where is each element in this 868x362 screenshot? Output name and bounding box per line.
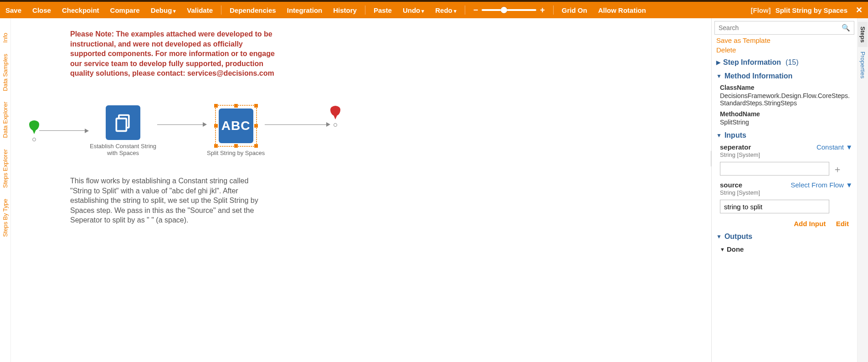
prop-methodname: MethodName SplitString [716,109,853,128]
tab-steps-by-type[interactable]: Steps By Type [0,193,10,243]
toolbar-separator [365,5,365,15]
flow-connector [157,122,207,127]
caret-down-icon: ▼ [716,73,722,79]
paste-button[interactable]: Paste [368,6,397,14]
caret-down-icon: ▼ [720,247,725,252]
step-label: Split String by Spaces [207,150,265,156]
tab-data-explorer[interactable]: Data Explorer [0,96,10,143]
inputs-actions: Add Input Edit [716,217,853,229]
redo-dropdown[interactable]: Redo▾ [430,6,462,14]
input-name: source [720,181,742,189]
debug-dropdown[interactable]: Debug▾ [145,6,182,14]
caret-down-icon: ▼ [716,132,722,139]
source-input[interactable] [720,200,829,213]
input-source: source Select From Flow ▼ String [System… [716,179,853,217]
save-as-template-link[interactable]: Save as Template [716,36,770,45]
search-icon: 🔍 [842,24,850,32]
section-step-information[interactable]: ▶ Step Information (15) [716,55,853,68]
tab-steps-explorer[interactable]: Steps Explorer [0,144,10,193]
checkpoint-button[interactable]: Checkpoint [56,6,105,14]
history-button[interactable]: History [328,6,362,14]
toolbar-separator [553,5,554,15]
close-button[interactable]: Close [27,6,56,14]
step-info-count: (15) [786,58,798,67]
abc-label: ABC [221,119,251,133]
zoom-out-button[interactable]: − [473,5,478,15]
chevron-down-icon: ▼ [846,181,853,189]
copy-step-icon [106,105,140,140]
undo-dropdown[interactable]: Undo▾ [397,6,430,14]
chevron-down-icon: ▼ [846,143,853,151]
add-input-button[interactable]: Add Input [794,220,826,228]
tab-steps[interactable]: Steps [858,22,868,47]
end-node[interactable] [330,106,340,127]
edit-inputs-button[interactable]: Edit [836,220,849,228]
resize-handle[interactable] [254,124,258,128]
left-tab-rail: Info Data Samples Data Explorer Steps Ex… [0,18,11,362]
prop-classname: ClassName DecisionsFramework.Design.Flow… [716,82,853,109]
input-type-label: String [System] [720,151,853,158]
zoom-thumb[interactable] [501,7,507,13]
zoom-track[interactable] [482,9,536,11]
input-type-label: String [System] [720,189,853,196]
abc-step-icon: ABC [219,109,253,143]
section-method-information[interactable]: ▼ Method Information [716,68,853,82]
flow-canvas[interactable]: Please Note: The examples attached were … [11,18,711,362]
compare-button[interactable]: Compare [105,6,145,14]
allow-rotation-button[interactable]: Allow Rotation [593,6,652,14]
properties-body: Save as Template Delete ▶ Step Informati… [712,36,857,362]
integration-button[interactable]: Integration [282,6,328,14]
canvas-note: Please Note: The examples attached were … [70,29,275,78]
properties-search[interactable]: 🔍 [714,21,854,35]
start-pin-icon [29,120,39,136]
input-mapping-dropdown[interactable]: Select From Flow ▼ [791,181,853,189]
toolbar-separator [465,5,465,15]
flow-diagram: Establish Constant String with Spaces AB… [29,105,340,156]
canvas-description: This flow works by establishing a Consta… [70,176,264,225]
zoom-in-button[interactable]: + [540,5,545,15]
section-outputs[interactable]: ▼ Outputs [716,229,853,243]
methodname-label: MethodName [720,110,853,118]
chevron-down-icon: ▾ [421,8,424,14]
caret-down-icon: ▼ [716,233,722,240]
add-value-button[interactable]: ＋ [833,164,842,174]
input-mapping-dropdown[interactable]: Constant ▼ [817,143,853,151]
input-name: seperator [720,143,751,151]
flow-connector [265,122,330,127]
svg-rect-1 [116,118,126,131]
resize-handle[interactable] [254,104,258,108]
close-flow-button[interactable]: ✕ [854,5,868,15]
flow-step-establish-constant[interactable]: Establish Constant String with Spaces [89,105,157,156]
start-node[interactable] [29,120,39,141]
flow-step-split-string-selected[interactable]: ABC Split String by Spaces [207,105,265,156]
save-button[interactable]: Save [0,6,27,14]
right-tab-rail: Steps Properties [857,18,868,362]
step-label: Establish Constant String with Spaces [89,143,157,156]
resize-handle[interactable] [254,144,258,148]
tab-info[interactable]: Info [0,27,10,48]
resize-handle[interactable] [214,124,218,128]
resize-handle[interactable] [234,144,238,148]
search-input[interactable] [719,24,842,31]
flow-name: Split String by Spaces [776,6,854,14]
section-inputs[interactable]: ▼ Inputs [716,128,853,141]
delete-link[interactable]: Delete [716,45,736,55]
port-icon [32,138,36,141]
input-seperator: seperator Constant ▼ String [System] ＋ [716,141,853,179]
tab-data-samples[interactable]: Data Samples [0,48,10,97]
resize-handle[interactable] [234,104,238,108]
grid-on-button[interactable]: Grid On [556,6,593,14]
resize-handle[interactable] [214,104,218,108]
classname-label: ClassName [720,84,853,91]
flow-connector [39,129,89,133]
chevron-down-icon: ▾ [454,8,457,14]
dependencies-button[interactable]: Dependencies [224,6,282,14]
tab-properties[interactable]: Properties [858,47,868,83]
toolbar-separator [221,5,221,15]
output-done[interactable]: ▼ Done [716,243,853,253]
resize-handle[interactable] [214,144,218,148]
seperator-input[interactable] [720,162,829,176]
zoom-slider[interactable]: − + [468,5,550,15]
end-pin-icon [330,106,340,121]
validate-button[interactable]: Validate [181,6,218,14]
